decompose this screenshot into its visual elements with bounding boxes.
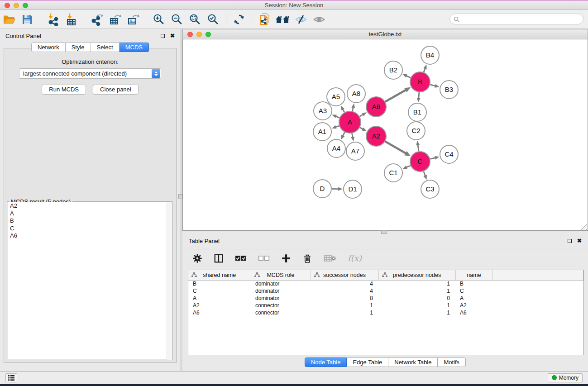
mcds-result-item[interactable]: C [8, 225, 172, 233]
table-cell[interactable]: A6 [455, 309, 492, 316]
select-all-button[interactable] [235, 255, 247, 262]
table-cell[interactable]: dominator [251, 295, 311, 302]
table-cell[interactable]: 8 [311, 295, 378, 302]
vertical-split-handle[interactable] [178, 194, 182, 199]
graph-edge-B-B1[interactable] [419, 92, 419, 99]
task-history-button[interactable] [5, 373, 17, 382]
table-cell[interactable]: 1 [378, 287, 455, 295]
tab-network[interactable]: Network [31, 43, 66, 52]
save-session-button[interactable] [19, 12, 35, 27]
optimization-criterion-label: Optimization criterion: [4, 58, 176, 65]
deselect-all-button[interactable] [258, 255, 270, 262]
add-column-button[interactable] [281, 253, 291, 263]
table-disabled-button[interactable] [324, 254, 336, 262]
table-cell[interactable]: C [188, 287, 251, 295]
run-mcds-button[interactable]: Run MCDS [42, 85, 86, 95]
tab-network-table[interactable]: Network Table [388, 357, 438, 367]
settings-gear-button[interactable] [192, 253, 202, 263]
mcds-result-item[interactable]: A6 [8, 232, 172, 240]
table-cell[interactable]: A2 [188, 302, 251, 309]
hide-panels-button[interactable] [293, 12, 309, 27]
home-button[interactable] [275, 12, 291, 27]
table-cell[interactable]: connector [251, 309, 311, 316]
criterion-select[interactable]: largest connected component (directed) [19, 68, 161, 79]
delete-column-button[interactable] [302, 253, 312, 263]
table-row[interactable]: Bdominator41B [188, 280, 583, 287]
table-row[interactable]: A2connector11A2 [188, 302, 583, 309]
mcds-result-item[interactable]: A2 [8, 202, 172, 210]
zoom-out-button[interactable] [169, 12, 185, 27]
graph-edge-arrowhead [423, 65, 426, 70]
table-row[interactable]: Adominator80A [188, 295, 583, 302]
graph-node-label-D1: D1 [348, 185, 357, 193]
tab-select[interactable]: Select [91, 43, 120, 52]
tab-edge-table[interactable]: Edge Table [347, 357, 388, 367]
toolbar-separator [40, 13, 40, 26]
table-cell[interactable]: 1 [311, 309, 378, 316]
table-cell[interactable]: 1 [378, 309, 455, 316]
column-header-predecessor-nodes[interactable]: predecessor nodes [378, 270, 455, 280]
show-panels-button[interactable] [311, 12, 327, 27]
table-cell[interactable]: B [188, 280, 251, 287]
tab-motifs[interactable]: Motifs [438, 357, 466, 367]
graph-edge-C-C2[interactable] [418, 144, 419, 151]
import-network-button[interactable] [45, 12, 61, 27]
export-table-button[interactable] [107, 12, 123, 27]
export-image-button[interactable] [125, 12, 141, 27]
table-cell-empty [492, 309, 583, 316]
table-cell[interactable]: B [455, 280, 492, 287]
table-cell[interactable]: A6 [188, 309, 251, 316]
table-cell[interactable]: A [455, 295, 492, 302]
open-session-button[interactable] [1, 12, 17, 27]
table-toolbar: f(x) [182, 249, 588, 267]
column-header-shared-name[interactable]: shared name [188, 270, 251, 280]
float-table-panel-icon[interactable] [568, 239, 572, 243]
close-table-panel-icon[interactable]: ✖ [577, 239, 582, 243]
table-cell[interactable]: 1 [378, 302, 455, 309]
table-cell[interactable]: 1 [378, 280, 455, 287]
refresh-button[interactable] [231, 12, 247, 27]
tab-node-table[interactable]: Node Table [305, 357, 347, 367]
zoom-fit-button[interactable] [187, 12, 203, 27]
table-cell[interactable]: 0 [378, 295, 455, 302]
graph-edge-A2-C[interactable] [385, 141, 406, 153]
column-header-MCDS-role[interactable]: MCDS role [251, 270, 311, 280]
float-panel-icon[interactable] [161, 34, 165, 38]
mcds-result-item[interactable]: B [8, 217, 172, 225]
eye-slash-icon [295, 14, 307, 25]
table-cell[interactable]: connector [251, 302, 311, 309]
horizontal-split-handle[interactable] [381, 230, 387, 234]
mcds-result-item[interactable]: A [8, 210, 172, 218]
table-cell[interactable]: 4 [311, 280, 378, 287]
table-row[interactable]: Cdominator41C [188, 287, 583, 295]
column-header-name[interactable]: name [455, 270, 492, 280]
memory-button[interactable]: Memory [548, 373, 583, 382]
tab-mcds[interactable]: MCDS [120, 43, 149, 52]
table-cell[interactable]: 4 [311, 287, 378, 295]
table-cell[interactable]: C [455, 287, 492, 295]
graph-edge-A6-B[interactable] [385, 90, 406, 101]
table-cell[interactable]: A [188, 295, 251, 302]
table-cell[interactable]: 1 [311, 302, 378, 309]
table-cell[interactable]: A2 [455, 302, 492, 309]
zoom-selected-button[interactable] [206, 12, 221, 27]
first-neighbors-button[interactable] [257, 12, 272, 27]
resize-grip-icon[interactable] [581, 224, 587, 230]
mcds-list-scrollbar[interactable] [167, 202, 172, 360]
close-panel-button[interactable]: Close panel [93, 85, 139, 95]
tab-style[interactable]: Style [66, 43, 91, 52]
table-row[interactable]: A6connector11A6 [188, 309, 583, 316]
export-network-button[interactable] [89, 12, 105, 27]
network-window-titlebar[interactable]: testGlobe.txt [182, 29, 588, 39]
graph-edge-arrowhead [435, 156, 440, 160]
table-cell[interactable]: dominator [251, 280, 311, 287]
network-canvas[interactable]: B4B2BB3B1A5A8A6A3AA1C2A2A4A7CC4C1C3DD1 [182, 39, 588, 231]
column-layout-button[interactable] [214, 253, 224, 263]
column-header-successor-nodes[interactable]: successor nodes [311, 270, 378, 280]
search-input[interactable] [462, 14, 583, 24]
zoom-in-button[interactable] [151, 12, 167, 27]
function-builder-button[interactable]: f(x) [348, 253, 362, 263]
close-panel-icon[interactable]: ✖ [170, 34, 175, 38]
import-table-button[interactable] [63, 12, 79, 27]
table-cell[interactable]: dominator [251, 287, 311, 295]
